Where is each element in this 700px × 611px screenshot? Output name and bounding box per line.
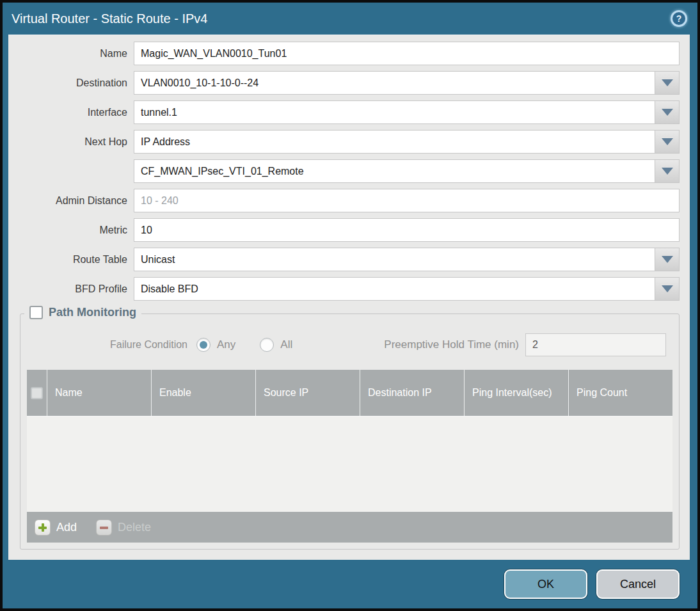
next-hop-address-row: [8, 159, 690, 183]
dialog-titlebar: Virtual Router - Static Route - IPv4 ?: [3, 3, 697, 35]
bfd-profile-row: BFD Profile: [8, 277, 690, 301]
route-table-label: Route Table: [8, 254, 134, 266]
name-label: Name: [8, 48, 134, 60]
add-button[interactable]: Add: [35, 520, 77, 536]
help-icon[interactable]: ?: [671, 10, 687, 27]
radio-selected-icon[interactable]: [196, 338, 211, 352]
delete-button-label: Delete: [118, 521, 151, 534]
failure-condition-label: Failure Condition: [20, 339, 196, 351]
metric-row: Metric: [8, 218, 690, 242]
name-input[interactable]: [134, 42, 680, 65]
column-header-name: Name: [47, 370, 152, 416]
path-monitoring-title: Path Monitoring: [49, 306, 136, 319]
next-hop-dropdown-button[interactable]: [655, 130, 680, 154]
admin-distance-row: Admin Distance: [8, 189, 690, 212]
chevron-down-icon: [662, 168, 673, 175]
chevron-down-icon: [662, 256, 673, 263]
dialog-content: Name Destination Interface Next Hop: [8, 35, 690, 560]
bfd-profile-dropdown-button[interactable]: [655, 277, 680, 301]
minus-icon: [96, 520, 112, 536]
plus-icon: [35, 520, 51, 536]
column-header-ping-interval: Ping Interval(sec): [465, 370, 569, 416]
next-hop-address-input[interactable]: [134, 159, 655, 183]
route-table-row: Route Table: [8, 248, 690, 271]
interface-label: Interface: [8, 107, 134, 118]
name-row: Name: [8, 42, 690, 65]
failure-condition-all-option[interactable]: All: [260, 338, 292, 352]
column-header-ping-count: Ping Count: [569, 370, 672, 416]
chevron-down-icon: [662, 79, 673, 86]
destination-input[interactable]: [134, 71, 655, 95]
chevron-down-icon: [662, 138, 673, 145]
delete-button[interactable]: Delete: [96, 520, 151, 536]
interface-input[interactable]: [134, 100, 655, 124]
failure-condition-row: Failure Condition Any All Preemptive Hol…: [20, 333, 666, 356]
interface-dropdown-button[interactable]: [655, 100, 680, 124]
bfd-profile-input[interactable]: [134, 277, 655, 301]
route-table-input[interactable]: [134, 248, 655, 271]
select-all-checkbox[interactable]: [31, 387, 43, 399]
interface-row: Interface: [8, 100, 690, 124]
path-monitoring-table: Name Enable Source IP Destination IP Pin…: [27, 370, 672, 543]
metric-input[interactable]: [134, 218, 680, 242]
failure-condition-any-label: Any: [217, 338, 235, 351]
dialog-title: Virtual Router - Static Route - IPv4: [12, 12, 207, 26]
admin-distance-label: Admin Distance: [8, 195, 134, 207]
dialog-footer: OK Cancel: [3, 560, 697, 608]
metric-label: Metric: [8, 225, 134, 236]
failure-condition-any-option[interactable]: Any: [196, 338, 235, 352]
next-hop-label: Next Hop: [8, 136, 134, 148]
chevron-down-icon: [662, 109, 673, 116]
path-monitoring-section: Path Monitoring Failure Condition Any Al…: [20, 313, 680, 550]
path-monitoring-checkbox[interactable]: [29, 306, 43, 319]
route-table-dropdown-button[interactable]: [655, 248, 680, 271]
table-select-all-cell: [27, 370, 47, 416]
table-body-empty: [27, 416, 672, 512]
preemptive-hold-time-input[interactable]: [525, 333, 666, 356]
destination-row: Destination: [8, 71, 690, 95]
next-hop-row: Next Hop: [8, 130, 690, 154]
column-header-destination-ip: Destination IP: [360, 370, 465, 416]
add-button-label: Add: [56, 521, 77, 534]
path-monitoring-legend: Path Monitoring: [24, 306, 141, 319]
table-toolbar: Add Delete: [27, 512, 672, 543]
destination-dropdown-button[interactable]: [655, 71, 680, 95]
help-question-glyph: ?: [672, 12, 685, 25]
destination-label: Destination: [8, 77, 134, 89]
bfd-profile-label: BFD Profile: [8, 283, 134, 295]
chevron-down-icon: [662, 285, 673, 292]
column-header-enable: Enable: [152, 370, 256, 416]
next-hop-address-dropdown-button[interactable]: [655, 159, 680, 183]
next-hop-type-input[interactable]: [134, 130, 655, 154]
static-route-dialog: Virtual Router - Static Route - IPv4 ? N…: [0, 0, 700, 611]
admin-distance-input[interactable]: [134, 189, 680, 212]
cancel-button[interactable]: Cancel: [596, 569, 680, 599]
preemptive-hold-time-label: Preemptive Hold Time (min): [384, 338, 525, 351]
ok-button[interactable]: OK: [504, 569, 587, 599]
failure-condition-all-label: All: [280, 338, 292, 351]
radio-unselected-icon[interactable]: [260, 338, 274, 352]
table-header-row: Name Enable Source IP Destination IP Pin…: [27, 370, 672, 416]
column-header-source-ip: Source IP: [256, 370, 360, 416]
